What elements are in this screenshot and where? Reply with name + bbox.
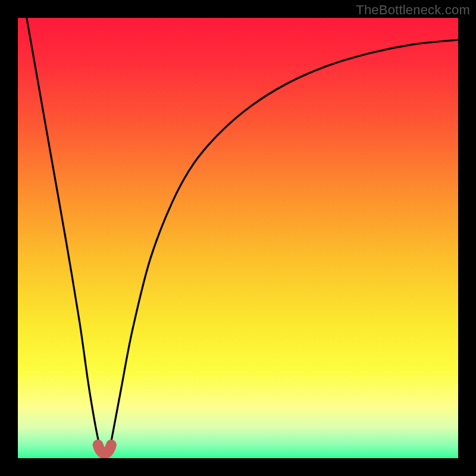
plot-area	[18, 18, 458, 458]
bottleneck-curve	[27, 18, 458, 455]
dip-marker	[98, 445, 111, 454]
watermark-text: TheBottleneck.com	[356, 2, 470, 18]
curve-layer	[18, 18, 458, 458]
chart-frame: TheBottleneck.com	[0, 0, 476, 476]
